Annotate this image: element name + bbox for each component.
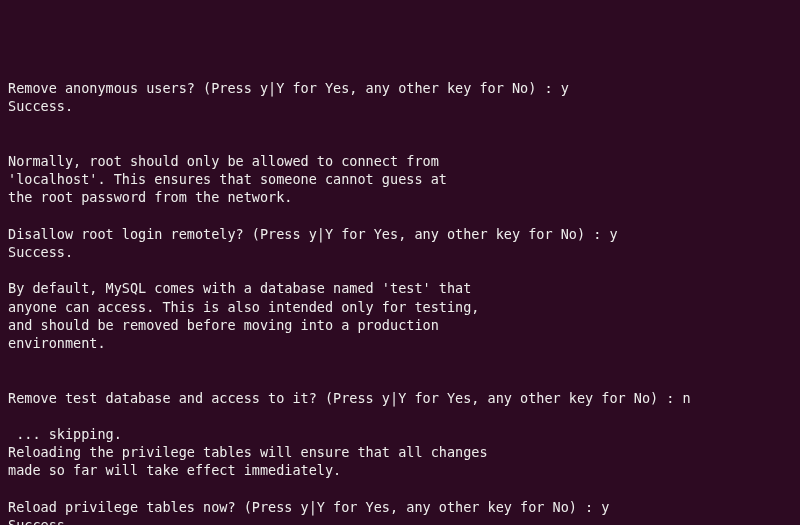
terminal-line: Disallow root login remotely? (Press y|Y… bbox=[8, 225, 792, 243]
terminal-line: Remove anonymous users? (Press y|Y for Y… bbox=[8, 79, 792, 97]
terminal-line bbox=[8, 115, 792, 133]
terminal-line: Success. bbox=[8, 97, 792, 115]
terminal-line bbox=[8, 134, 792, 152]
terminal-line: Reload privilege tables now? (Press y|Y … bbox=[8, 498, 792, 516]
terminal-line: the root password from the network. bbox=[8, 188, 792, 206]
terminal-output[interactable]: Remove anonymous users? (Press y|Y for Y… bbox=[8, 79, 792, 525]
terminal-line: Reloading the privilege tables will ensu… bbox=[8, 443, 792, 461]
terminal-line: 'localhost'. This ensures that someone c… bbox=[8, 170, 792, 188]
terminal-line: Success. bbox=[8, 516, 792, 525]
terminal-line: and should be removed before moving into… bbox=[8, 316, 792, 334]
terminal-line: anyone can access. This is also intended… bbox=[8, 298, 792, 316]
terminal-line: ... skipping. bbox=[8, 425, 792, 443]
terminal-line bbox=[8, 480, 792, 498]
terminal-line: Normally, root should only be allowed to… bbox=[8, 152, 792, 170]
terminal-line: By default, MySQL comes with a database … bbox=[8, 279, 792, 297]
terminal-line: Remove test database and access to it? (… bbox=[8, 389, 792, 407]
terminal-line: made so far will take effect immediately… bbox=[8, 461, 792, 479]
terminal-line bbox=[8, 370, 792, 388]
terminal-line bbox=[8, 407, 792, 425]
terminal-line: environment. bbox=[8, 334, 792, 352]
terminal-line: Success. bbox=[8, 243, 792, 261]
terminal-line bbox=[8, 261, 792, 279]
terminal-line bbox=[8, 206, 792, 224]
terminal-line bbox=[8, 352, 792, 370]
